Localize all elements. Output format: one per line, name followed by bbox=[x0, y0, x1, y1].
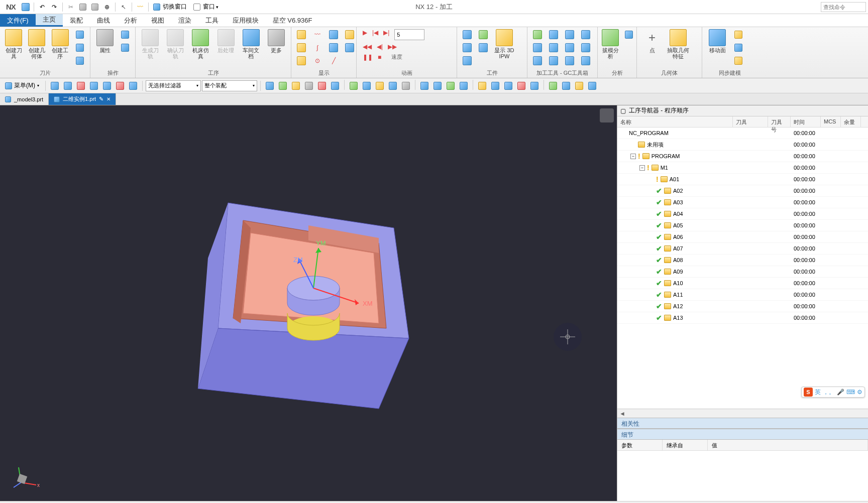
view-compass-icon[interactable] bbox=[554, 323, 582, 351]
tb2-btn-6[interactable] bbox=[114, 80, 126, 92]
ime-toolbar[interactable]: S 英 ，。 🎤 ⌨ ⚙ bbox=[801, 387, 865, 398]
analysis-btn-1[interactable] bbox=[622, 28, 636, 41]
tree-row[interactable]: ✔A1100:00:00 bbox=[617, 289, 868, 301]
ribbon-tab-3[interactable]: 分析 bbox=[117, 14, 144, 27]
switch-window-label[interactable]: 切换窗口 bbox=[163, 3, 187, 11]
machine-sim-button[interactable]: 机床仿真 bbox=[189, 28, 212, 60]
assembly-combo[interactable]: 整个装配▾ bbox=[202, 80, 257, 91]
selection-tool-9[interactable] bbox=[387, 80, 399, 92]
work-btn-1[interactable] bbox=[460, 28, 474, 41]
ime-mic-icon[interactable]: 🎤 bbox=[837, 389, 844, 396]
gc-btn-7[interactable] bbox=[563, 28, 577, 41]
ribbon-small-3[interactable] bbox=[73, 54, 87, 67]
gc-btn-5[interactable] bbox=[547, 41, 561, 54]
tree-row[interactable]: ✔A0300:00:00 bbox=[617, 197, 868, 208]
more-button[interactable]: 更多 bbox=[265, 28, 288, 54]
tree-h-scrollbar[interactable]: ◄ bbox=[617, 409, 868, 418]
document-tab[interactable]: 二维实例1.prt✎✕ bbox=[49, 93, 116, 105]
window-label[interactable]: 窗口 bbox=[203, 3, 215, 11]
redo-button[interactable]: ↷ bbox=[49, 2, 60, 13]
tree-row[interactable]: ✔A0800:00:00 bbox=[617, 255, 868, 266]
selection-tool-6[interactable] bbox=[348, 80, 360, 92]
ribbon-tab-7[interactable]: 应用模块 bbox=[226, 14, 266, 27]
selection-tool-16[interactable] bbox=[489, 80, 501, 92]
gc-btn-8[interactable] bbox=[563, 41, 577, 54]
tree-row[interactable]: ✔A0900:00:00 bbox=[617, 266, 868, 278]
selection-tool-14[interactable] bbox=[458, 80, 470, 92]
operation-tree[interactable]: 名称 刀具 刀具号 时间 MCS 余量 NC_PROGRAM00:00:00未用… bbox=[617, 116, 868, 409]
ribbon-small-4[interactable] bbox=[118, 28, 132, 41]
selection-tool-19[interactable] bbox=[528, 80, 540, 92]
display-btn-3[interactable] bbox=[294, 54, 308, 67]
display-btn-4[interactable]: 〰 bbox=[310, 28, 324, 41]
tree-row[interactable]: !A0100:00:00 bbox=[617, 174, 868, 185]
tree-row[interactable]: ✔A0600:00:00 bbox=[617, 231, 868, 243]
selection-tool-11[interactable] bbox=[418, 80, 430, 92]
tree-row[interactable]: −!M100:00:00 bbox=[617, 162, 868, 174]
gc-btn-2[interactable] bbox=[530, 41, 545, 54]
selection-tool-18[interactable] bbox=[515, 80, 527, 92]
gc-btn-3[interactable] bbox=[530, 54, 545, 67]
selection-tool-8[interactable] bbox=[374, 80, 386, 92]
undo-button[interactable]: ↶ bbox=[37, 2, 48, 13]
cut-button[interactable]: ✂ bbox=[65, 2, 76, 13]
show-3d-ipw-button[interactable]: 显示 3D IPW bbox=[492, 28, 516, 60]
gc-btn-9[interactable] bbox=[563, 54, 577, 67]
ime-keyboard-icon[interactable]: ⌨ bbox=[846, 389, 855, 396]
prev-icon[interactable]: ◀| bbox=[377, 43, 383, 50]
selection-tool-17[interactable] bbox=[502, 80, 514, 92]
ribbon-small-5[interactable] bbox=[118, 41, 132, 54]
paste-button[interactable] bbox=[89, 2, 100, 13]
tb2-btn-7[interactable] bbox=[127, 80, 139, 92]
display-btn-1[interactable] bbox=[294, 28, 308, 41]
tree-expander[interactable]: − bbox=[630, 154, 636, 159]
move-face-button[interactable]: 移动面 bbox=[705, 28, 729, 54]
ime-punct[interactable]: ，。 bbox=[823, 388, 835, 397]
selection-tool-20[interactable] bbox=[547, 80, 559, 92]
3d-viewport[interactable]: XM YM ZM x bbox=[0, 105, 617, 501]
selection-tool-22[interactable] bbox=[573, 80, 585, 92]
tree-row[interactable]: ✔A1000:00:00 bbox=[617, 278, 868, 289]
related-section-header[interactable]: 相关性 bbox=[617, 418, 868, 429]
tree-row[interactable]: NC_PROGRAM00:00:00 bbox=[617, 128, 868, 139]
draft-analysis-button[interactable]: 拔模分析 bbox=[601, 28, 620, 60]
ribbon-tab-0[interactable]: 主页 bbox=[36, 14, 63, 27]
tb2-btn-2[interactable] bbox=[62, 80, 74, 92]
play-icon[interactable]: ▶ bbox=[363, 29, 367, 40]
step-back-icon[interactable]: |◀ bbox=[372, 29, 378, 40]
copy-button[interactable] bbox=[77, 2, 88, 13]
selection-tool-13[interactable] bbox=[445, 80, 457, 92]
ime-lang[interactable]: 英 bbox=[815, 388, 821, 397]
ribbon-tab-6[interactable]: 工具 bbox=[198, 14, 226, 27]
viewport-cube-icon[interactable] bbox=[600, 108, 614, 122]
ime-settings-icon[interactable]: ⚙ bbox=[857, 389, 862, 396]
stop-icon[interactable]: ■ bbox=[378, 54, 381, 61]
tb2-btn-5[interactable] bbox=[101, 80, 113, 92]
switch-window-icon[interactable] bbox=[151, 2, 162, 13]
display-btn-7[interactable] bbox=[327, 28, 341, 41]
ribbon-small-2[interactable] bbox=[73, 41, 87, 54]
selection-tool-10[interactable] bbox=[400, 80, 412, 92]
ribbon-tab-1[interactable]: 装配 bbox=[63, 14, 90, 27]
work-btn-3[interactable] bbox=[460, 54, 474, 67]
ribbon-tab-2[interactable]: 曲线 bbox=[90, 14, 117, 27]
sync-btn-2[interactable] bbox=[731, 41, 745, 54]
target-button[interactable]: ⊕ bbox=[101, 2, 113, 13]
selection-tool-4[interactable] bbox=[316, 80, 328, 92]
gc-btn-12[interactable] bbox=[579, 54, 593, 67]
details-section-header[interactable]: 细节 bbox=[617, 429, 868, 440]
gc-btn-11[interactable] bbox=[579, 41, 593, 54]
display-btn-6[interactable]: ⊙ bbox=[310, 54, 324, 67]
selection-tool-7[interactable] bbox=[361, 80, 373, 92]
pause-icon[interactable]: ❚❚ bbox=[363, 54, 373, 61]
display-btn-5[interactable]: ∫ bbox=[310, 41, 324, 54]
selection-tool-5[interactable] bbox=[329, 80, 341, 92]
ribbon-small-1[interactable] bbox=[73, 28, 87, 41]
selection-tool-21[interactable] bbox=[560, 80, 572, 92]
tree-row[interactable]: 未用项00:00:00 bbox=[617, 139, 868, 151]
gc-btn-10[interactable] bbox=[579, 28, 593, 41]
tree-row[interactable]: ✔A0200:00:00 bbox=[617, 185, 868, 197]
point-button[interactable]: +点 bbox=[640, 28, 664, 54]
tree-row[interactable]: ✔A1300:00:00 bbox=[617, 312, 868, 324]
work-btn-2[interactable] bbox=[460, 41, 474, 54]
